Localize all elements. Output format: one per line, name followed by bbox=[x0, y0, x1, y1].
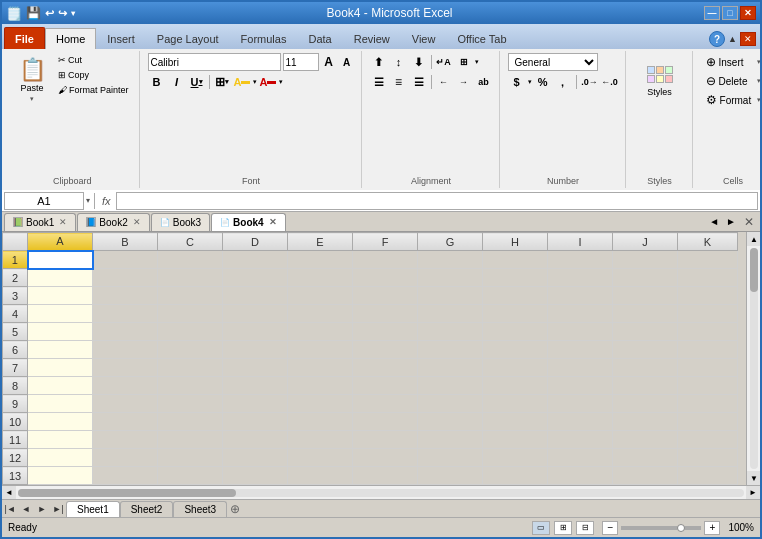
cell-C4[interactable] bbox=[158, 305, 223, 323]
zoom-slider[interactable] bbox=[621, 526, 701, 530]
page-break-view-button[interactable]: ⊟ bbox=[576, 521, 594, 535]
minimize-ribbon-button[interactable]: ▲ bbox=[728, 34, 737, 44]
book1-close[interactable]: ✕ bbox=[59, 217, 67, 227]
cell-J8[interactable] bbox=[613, 377, 678, 395]
cell-H13[interactable] bbox=[483, 467, 548, 485]
cell-D12[interactable] bbox=[223, 449, 288, 467]
currency-button[interactable]: $ bbox=[508, 73, 526, 91]
cell-J10[interactable] bbox=[613, 413, 678, 431]
format-dropdown[interactable]: ▾ bbox=[757, 96, 761, 104]
cell-H1[interactable] bbox=[483, 251, 548, 269]
scroll-down-button[interactable]: ▼ bbox=[747, 471, 760, 485]
decrease-indent-button[interactable]: ← bbox=[435, 73, 453, 91]
cell-I6[interactable] bbox=[548, 341, 613, 359]
scroll-left-button[interactable]: ◄ bbox=[2, 486, 16, 500]
col-header-C[interactable]: C bbox=[158, 233, 223, 251]
zoom-out-button[interactable]: − bbox=[602, 521, 618, 535]
cell-K2[interactable] bbox=[678, 269, 738, 287]
row-header-6[interactable]: 6 bbox=[3, 341, 28, 359]
cut-button[interactable]: ✂ Cut bbox=[54, 53, 133, 67]
cell-E10[interactable] bbox=[288, 413, 353, 431]
zoom-in-button[interactable]: + bbox=[704, 521, 720, 535]
v-scroll-track[interactable] bbox=[750, 248, 758, 469]
col-header-A[interactable]: A bbox=[28, 233, 93, 251]
h-scroll-thumb[interactable] bbox=[18, 489, 236, 497]
cell-A7[interactable] bbox=[28, 359, 93, 377]
col-header-B[interactable]: B bbox=[93, 233, 158, 251]
cell-C12[interactable] bbox=[158, 449, 223, 467]
format-button[interactable]: ⚙ Format ▾ bbox=[701, 91, 762, 109]
copy-button[interactable]: ⊞ Copy bbox=[54, 68, 133, 82]
cell-D13[interactable] bbox=[223, 467, 288, 485]
font-name-input[interactable] bbox=[148, 53, 281, 71]
decrease-decimal-button[interactable]: ←.0 bbox=[601, 73, 619, 91]
number-format-select[interactable]: General Number Currency Accounting Date … bbox=[508, 53, 598, 71]
font-color-button[interactable]: A bbox=[259, 73, 277, 91]
cell-F8[interactable] bbox=[353, 377, 418, 395]
col-header-G[interactable]: G bbox=[418, 233, 483, 251]
workbook-tab-book3[interactable]: 📄 Book3 bbox=[151, 213, 210, 231]
cell-B10[interactable] bbox=[93, 413, 158, 431]
comma-button[interactable]: , bbox=[554, 73, 572, 91]
cell-A4[interactable] bbox=[28, 305, 93, 323]
cell-A3[interactable] bbox=[28, 287, 93, 305]
normal-view-button[interactable]: ▭ bbox=[532, 521, 550, 535]
border-button[interactable]: ⊞▾ bbox=[213, 73, 231, 91]
cell-D9[interactable] bbox=[223, 395, 288, 413]
cell-B9[interactable] bbox=[93, 395, 158, 413]
cell-D7[interactable] bbox=[223, 359, 288, 377]
cell-B13[interactable] bbox=[93, 467, 158, 485]
row-header-2[interactable]: 2 bbox=[3, 269, 28, 287]
book2-close[interactable]: ✕ bbox=[133, 217, 141, 227]
name-box[interactable] bbox=[4, 192, 84, 210]
cell-J7[interactable] bbox=[613, 359, 678, 377]
format-painter-button[interactable]: 🖌 Format Painter bbox=[54, 83, 133, 97]
cell-J5[interactable] bbox=[613, 323, 678, 341]
delete-button[interactable]: ⊖ Delete ▾ bbox=[701, 72, 762, 90]
shrink-font-button[interactable]: A bbox=[339, 53, 355, 71]
cell-B5[interactable] bbox=[93, 323, 158, 341]
new-sheet-button[interactable]: ⊕ bbox=[227, 501, 243, 517]
tab-data[interactable]: Data bbox=[297, 27, 342, 49]
cell-K8[interactable] bbox=[678, 377, 738, 395]
cell-G8[interactable] bbox=[418, 377, 483, 395]
cell-K4[interactable] bbox=[678, 305, 738, 323]
cell-G11[interactable] bbox=[418, 431, 483, 449]
quick-access-redo[interactable]: ↪ bbox=[58, 7, 67, 20]
cell-C10[interactable] bbox=[158, 413, 223, 431]
cell-F6[interactable] bbox=[353, 341, 418, 359]
tab-review[interactable]: Review bbox=[343, 27, 401, 49]
workbook-close-button[interactable]: ✕ bbox=[740, 215, 758, 229]
tab-page-layout[interactable]: Page Layout bbox=[146, 27, 230, 49]
sheet-nav-last[interactable]: ►| bbox=[50, 501, 66, 517]
cell-H11[interactable] bbox=[483, 431, 548, 449]
cell-H3[interactable] bbox=[483, 287, 548, 305]
cell-E2[interactable] bbox=[288, 269, 353, 287]
v-scroll-thumb[interactable] bbox=[750, 248, 758, 292]
cell-C8[interactable] bbox=[158, 377, 223, 395]
workbook-scroll-right[interactable]: ► bbox=[723, 216, 739, 227]
cell-D5[interactable] bbox=[223, 323, 288, 341]
cell-H2[interactable] bbox=[483, 269, 548, 287]
cell-G4[interactable] bbox=[418, 305, 483, 323]
insert-dropdown[interactable]: ▾ bbox=[757, 58, 761, 66]
align-top-button[interactable]: ⬆ bbox=[370, 53, 388, 71]
cell-F9[interactable] bbox=[353, 395, 418, 413]
sheet-tab-sheet1[interactable]: Sheet1 bbox=[66, 501, 120, 517]
cell-K7[interactable] bbox=[678, 359, 738, 377]
cell-B11[interactable] bbox=[93, 431, 158, 449]
increase-indent-button[interactable]: → bbox=[455, 73, 473, 91]
maximize-button[interactable]: □ bbox=[722, 6, 738, 20]
cell-I1[interactable] bbox=[548, 251, 613, 269]
align-left-button[interactable]: ☰ bbox=[370, 73, 388, 91]
zoom-percent[interactable]: 100% bbox=[728, 522, 754, 533]
cell-K6[interactable] bbox=[678, 341, 738, 359]
currency-dropdown[interactable]: ▾ bbox=[528, 78, 532, 86]
merge-dropdown[interactable]: ▾ bbox=[475, 58, 479, 66]
row-header-8[interactable]: 8 bbox=[3, 377, 28, 395]
bold-button[interactable]: B bbox=[148, 73, 166, 91]
cell-I13[interactable] bbox=[548, 467, 613, 485]
cell-C9[interactable] bbox=[158, 395, 223, 413]
quick-access-undo[interactable]: ↩ bbox=[45, 7, 54, 20]
cell-B7[interactable] bbox=[93, 359, 158, 377]
